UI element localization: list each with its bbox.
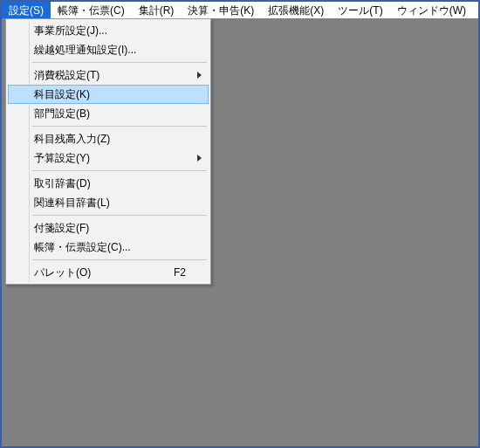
dd-item-palette[interactable]: パレット(O) F2	[8, 263, 209, 282]
chevron-right-icon	[197, 72, 202, 79]
menu-ledgers-slips[interactable]: 帳簿・伝票(C)	[51, 2, 132, 18]
dd-item-label: 取引辞書(D)	[34, 176, 91, 191]
dd-item-label: 科目残高入力(Z)	[34, 132, 110, 147]
app-frame: 設定(S) 帳簿・伝票(C) 集計(R) 決算・申告(K) 拡張機能(X) ツー…	[0, 0, 480, 448]
menu-tools[interactable]: ツール(T)	[331, 2, 389, 18]
menu-settings[interactable]: 設定(S)	[2, 2, 51, 18]
menu-extensions[interactable]: 拡張機能(X)	[261, 2, 331, 18]
dd-item-sticky-note-settings[interactable]: 付箋設定(F)	[8, 218, 209, 238]
dd-item-account-balance-input[interactable]: 科目残高入力(Z)	[8, 129, 209, 148]
dd-item-label: 消費税設定(T)	[34, 68, 99, 83]
dd-item-label: 部門設定(B)	[34, 107, 90, 121]
chevron-right-icon	[197, 155, 202, 162]
menu-aggregate[interactable]: 集計(R)	[132, 2, 182, 18]
dd-item-related-account-dictionary[interactable]: 関連科目辞書(L)	[8, 193, 209, 212]
menu-window[interactable]: ウィンドウ(W)	[390, 2, 473, 18]
dd-item-office-settings[interactable]: 事業所設定(J)...	[8, 21, 209, 40]
dd-item-carryover-notify-settings[interactable]: 繰越処理通知設定(I)...	[8, 40, 209, 59]
dropdown-separator	[32, 215, 207, 216]
settings-dropdown: 事業所設定(J)... 繰越処理通知設定(I)... 消費税設定(T) 科目設定…	[5, 18, 211, 285]
dd-item-label: 事業所設定(J)...	[34, 24, 107, 38]
menu-closing-filing[interactable]: 決算・申告(K)	[181, 2, 261, 18]
dd-item-label: 帳簿・伝票設定(C)...	[34, 240, 131, 255]
dd-item-ledger-slip-settings[interactable]: 帳簿・伝票設定(C)...	[8, 238, 209, 257]
dd-item-label: パレット(O)	[34, 265, 91, 280]
dd-item-label: 付箋設定(F)	[34, 221, 89, 236]
dd-item-transaction-dictionary[interactable]: 取引辞書(D)	[8, 174, 209, 193]
dd-item-label: 繰越処理通知設定(I)...	[34, 43, 136, 58]
dd-item-label: 科目設定(K)	[34, 87, 90, 102]
dropdown-separator	[32, 62, 207, 63]
dropdown-separator	[32, 170, 207, 171]
dropdown-separator	[32, 126, 207, 127]
dd-item-consumption-tax-settings[interactable]: 消費税設定(T)	[8, 65, 209, 85]
dropdown-separator	[32, 259, 207, 260]
dd-item-budget-settings[interactable]: 予算設定(Y)	[8, 148, 209, 168]
dd-item-label: 関連科目辞書(L)	[34, 196, 110, 210]
menubar: 設定(S) 帳簿・伝票(C) 集計(R) 決算・申告(K) 拡張機能(X) ツー…	[2, 2, 478, 19]
dd-item-account-settings[interactable]: 科目設定(K)	[8, 85, 209, 104]
dd-item-department-settings[interactable]: 部門設定(B)	[8, 104, 209, 123]
dd-item-shortcut: F2	[174, 266, 186, 279]
dd-item-label: 予算設定(Y)	[34, 151, 90, 166]
